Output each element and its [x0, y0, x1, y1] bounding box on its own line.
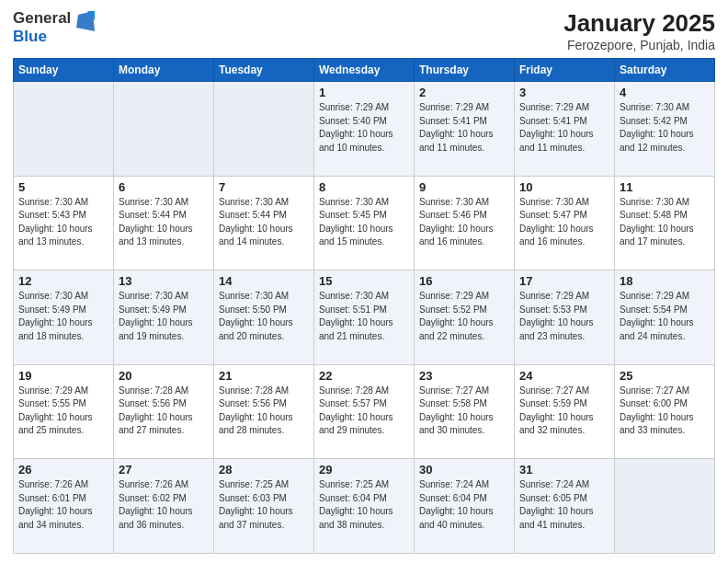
table-row: 1Sunrise: 7:29 AM Sunset: 5:40 PM Daylig…	[314, 82, 415, 177]
table-row: 25Sunrise: 7:27 AM Sunset: 6:00 PM Dayli…	[615, 364, 715, 459]
table-row	[14, 82, 114, 177]
table-row: 12Sunrise: 7:30 AM Sunset: 5:49 PM Dayli…	[14, 270, 114, 365]
table-row: 4Sunrise: 7:30 AM Sunset: 5:42 PM Daylig…	[615, 82, 715, 177]
day-info: Sunrise: 7:29 AM Sunset: 5:53 PM Dayligh…	[519, 290, 609, 343]
table-row: 21Sunrise: 7:28 AM Sunset: 5:56 PM Dayli…	[214, 364, 314, 459]
calendar-week-row: 19Sunrise: 7:29 AM Sunset: 5:55 PM Dayli…	[14, 364, 715, 459]
table-row: 11Sunrise: 7:30 AM Sunset: 5:48 PM Dayli…	[615, 176, 715, 270]
day-number: 22	[319, 369, 409, 383]
col-wednesday: Wednesday	[314, 59, 415, 82]
day-info: Sunrise: 7:29 AM Sunset: 5:41 PM Dayligh…	[519, 101, 609, 155]
col-tuesday: Tuesday	[214, 59, 314, 82]
logo-icon	[74, 9, 97, 35]
table-row: 27Sunrise: 7:26 AM Sunset: 6:02 PM Dayli…	[114, 459, 214, 554]
day-number: 3	[519, 86, 609, 99]
day-number: 8	[319, 180, 409, 194]
table-row: 31Sunrise: 7:24 AM Sunset: 6:05 PM Dayli…	[515, 459, 615, 554]
day-number: 11	[620, 180, 710, 194]
logo-text: General Blue	[13, 9, 97, 45]
day-number: 20	[119, 369, 209, 383]
day-number: 24	[519, 369, 609, 383]
day-number: 31	[519, 463, 609, 477]
day-number: 25	[620, 369, 710, 383]
title-block: January 2025 Ferozepore, Punjab, India	[563, 9, 715, 52]
day-info: Sunrise: 7:30 AM Sunset: 5:49 PM Dayligh…	[119, 290, 209, 343]
day-number: 27	[119, 463, 209, 477]
day-number: 2	[419, 86, 509, 99]
table-row: 30Sunrise: 7:24 AM Sunset: 6:04 PM Dayli…	[415, 459, 515, 554]
day-number: 12	[18, 274, 108, 288]
day-info: Sunrise: 7:30 AM Sunset: 5:46 PM Dayligh…	[419, 196, 509, 249]
day-info: Sunrise: 7:24 AM Sunset: 6:05 PM Dayligh…	[519, 478, 609, 532]
table-row: 9Sunrise: 7:30 AM Sunset: 5:46 PM Daylig…	[415, 176, 515, 270]
day-info: Sunrise: 7:29 AM Sunset: 5:52 PM Dayligh…	[419, 290, 509, 343]
table-row: 26Sunrise: 7:26 AM Sunset: 6:01 PM Dayli…	[14, 459, 114, 554]
day-info: Sunrise: 7:24 AM Sunset: 6:04 PM Dayligh…	[419, 478, 509, 532]
day-info: Sunrise: 7:30 AM Sunset: 5:47 PM Dayligh…	[519, 196, 609, 249]
day-info: Sunrise: 7:28 AM Sunset: 5:56 PM Dayligh…	[119, 385, 209, 438]
table-row: 17Sunrise: 7:29 AM Sunset: 5:53 PM Dayli…	[515, 270, 615, 365]
day-number: 23	[419, 369, 509, 383]
header: General Blue January 2025 Ferozepore, Pu…	[13, 9, 715, 52]
day-info: Sunrise: 7:30 AM Sunset: 5:44 PM Dayligh…	[119, 196, 209, 249]
logo-general: General	[13, 9, 71, 27]
table-row: 13Sunrise: 7:30 AM Sunset: 5:49 PM Dayli…	[114, 270, 214, 365]
calendar-week-row: 1Sunrise: 7:29 AM Sunset: 5:40 PM Daylig…	[14, 82, 715, 177]
day-number: 30	[419, 463, 509, 477]
table-row: 28Sunrise: 7:25 AM Sunset: 6:03 PM Dayli…	[214, 459, 314, 554]
day-number: 18	[620, 274, 710, 288]
day-number: 26	[18, 463, 108, 477]
day-number: 9	[419, 180, 509, 194]
day-number: 17	[519, 274, 609, 288]
day-number: 14	[219, 274, 309, 288]
table-row	[214, 82, 314, 177]
day-info: Sunrise: 7:27 AM Sunset: 5:58 PM Dayligh…	[419, 385, 509, 438]
day-info: Sunrise: 7:30 AM Sunset: 5:50 PM Dayligh…	[219, 290, 309, 343]
col-saturday: Saturday	[615, 59, 715, 82]
day-number: 10	[519, 180, 609, 194]
day-number: 1	[319, 86, 409, 99]
table-row: 24Sunrise: 7:27 AM Sunset: 5:59 PM Dayli…	[515, 364, 615, 459]
day-number: 21	[219, 369, 309, 383]
day-info: Sunrise: 7:30 AM Sunset: 5:42 PM Dayligh…	[620, 101, 710, 155]
day-info: Sunrise: 7:26 AM Sunset: 6:02 PM Dayligh…	[119, 478, 209, 532]
table-row: 23Sunrise: 7:27 AM Sunset: 5:58 PM Dayli…	[415, 364, 515, 459]
day-info: Sunrise: 7:30 AM Sunset: 5:51 PM Dayligh…	[319, 290, 409, 343]
calendar-week-row: 26Sunrise: 7:26 AM Sunset: 6:01 PM Dayli…	[14, 459, 715, 554]
table-row: 7Sunrise: 7:30 AM Sunset: 5:44 PM Daylig…	[214, 176, 314, 270]
day-info: Sunrise: 7:29 AM Sunset: 5:55 PM Dayligh…	[18, 385, 108, 438]
day-info: Sunrise: 7:28 AM Sunset: 5:57 PM Dayligh…	[319, 385, 409, 438]
day-info: Sunrise: 7:28 AM Sunset: 5:56 PM Dayligh…	[219, 385, 309, 438]
day-info: Sunrise: 7:30 AM Sunset: 5:45 PM Dayligh…	[319, 196, 409, 249]
day-number: 13	[119, 274, 209, 288]
day-number: 28	[219, 463, 309, 477]
col-friday: Friday	[515, 59, 615, 82]
table-row: 19Sunrise: 7:29 AM Sunset: 5:55 PM Dayli…	[14, 364, 114, 459]
day-info: Sunrise: 7:30 AM Sunset: 5:48 PM Dayligh…	[620, 196, 710, 249]
table-row: 10Sunrise: 7:30 AM Sunset: 5:47 PM Dayli…	[515, 176, 615, 270]
day-info: Sunrise: 7:25 AM Sunset: 6:03 PM Dayligh…	[219, 478, 309, 532]
day-info: Sunrise: 7:29 AM Sunset: 5:40 PM Dayligh…	[319, 101, 409, 155]
day-number: 16	[419, 274, 509, 288]
day-number: 15	[319, 274, 409, 288]
table-row: 16Sunrise: 7:29 AM Sunset: 5:52 PM Dayli…	[415, 270, 515, 365]
table-row: 8Sunrise: 7:30 AM Sunset: 5:45 PM Daylig…	[314, 176, 415, 270]
day-number: 7	[219, 180, 309, 194]
col-monday: Monday	[114, 59, 214, 82]
page: General Blue January 2025 Ferozepore, Pu…	[0, 0, 728, 563]
page-subtitle: Ferozepore, Punjab, India	[563, 38, 715, 52]
table-row: 2Sunrise: 7:29 AM Sunset: 5:41 PM Daylig…	[415, 82, 515, 177]
table-row: 3Sunrise: 7:29 AM Sunset: 5:41 PM Daylig…	[515, 82, 615, 177]
logo: General Blue	[13, 9, 97, 45]
day-info: Sunrise: 7:30 AM Sunset: 5:43 PM Dayligh…	[18, 196, 108, 249]
day-number: 19	[18, 369, 108, 383]
day-info: Sunrise: 7:30 AM Sunset: 5:49 PM Dayligh…	[18, 290, 108, 343]
table-row	[114, 82, 214, 177]
calendar-week-row: 5Sunrise: 7:30 AM Sunset: 5:43 PM Daylig…	[14, 176, 715, 270]
table-row	[615, 459, 715, 554]
calendar-header-row: Sunday Monday Tuesday Wednesday Thursday…	[14, 59, 715, 82]
day-info: Sunrise: 7:27 AM Sunset: 6:00 PM Dayligh…	[620, 385, 710, 438]
table-row: 6Sunrise: 7:30 AM Sunset: 5:44 PM Daylig…	[114, 176, 214, 270]
day-number: 6	[119, 180, 209, 194]
table-row: 22Sunrise: 7:28 AM Sunset: 5:57 PM Dayli…	[314, 364, 415, 459]
